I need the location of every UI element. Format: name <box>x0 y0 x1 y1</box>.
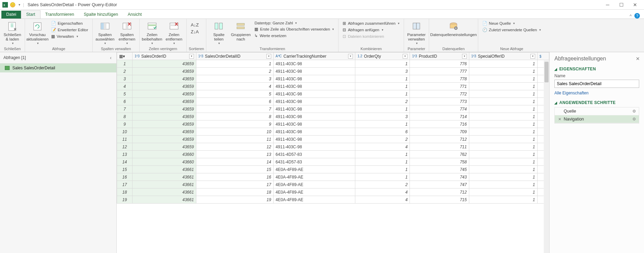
cell[interactable]: 777 <box>410 68 469 75</box>
cell[interactable]: 1 <box>355 60 410 68</box>
row-number[interactable]: 19 <box>117 196 133 204</box>
col-carriertracking[interactable]: AᴮCCarrierTrackingNumber▾ <box>273 53 355 60</box>
cell[interactable]: 1 <box>469 136 537 143</box>
vertical-scrollbar[interactable] <box>544 60 549 253</box>
filter-icon[interactable]: ▾ <box>403 54 407 59</box>
cell[interactable]: 43659 <box>133 90 196 98</box>
row-number[interactable]: 13 <box>117 151 133 158</box>
split-column-button[interactable]: Spalte teilen▾ <box>208 20 229 45</box>
cell[interactable]: 1 <box>469 151 537 158</box>
close-load-button[interactable]: Schließen & laden▾ <box>2 20 23 45</box>
smiley-icon[interactable] <box>10 2 16 8</box>
cell[interactable]: 10 <box>196 128 273 136</box>
cell[interactable]: 12 <box>196 143 273 151</box>
cell[interactable]: 16 <box>196 173 273 181</box>
row-number[interactable]: 2 <box>117 68 133 75</box>
col-overflow[interactable]: $ <box>537 53 549 60</box>
refresh-preview-button[interactable]: Vorschau aktualisieren▾ <box>27 20 48 45</box>
cell[interactable]: 772 <box>410 90 469 98</box>
col-orderqty[interactable]: 1.2OrderQty▾ <box>355 53 410 60</box>
cell[interactable]: 14 <box>196 158 273 166</box>
step-source[interactable]: Quelle ⚙ <box>555 107 639 115</box>
advanced-editor-button[interactable]: 📝Erweiterter Editor <box>49 27 90 33</box>
cell[interactable]: 1 <box>355 90 410 98</box>
cell[interactable]: 2 <box>355 136 410 143</box>
minimize-button[interactable]: ─ <box>601 0 614 9</box>
col-salesorderid[interactable]: 1²3SalesOrderID▾ <box>133 53 196 60</box>
cell[interactable]: 711 <box>410 143 469 151</box>
cell[interactable]: 4911-403C-98 <box>273 105 355 113</box>
filter-icon[interactable]: ▾ <box>348 54 353 59</box>
row-number[interactable]: 10 <box>117 128 133 136</box>
col-specialofferid[interactable]: 1²3SpecialOfferID▾ <box>469 53 537 60</box>
cell[interactable]: 1 <box>469 90 537 98</box>
cell[interactable]: 4 <box>355 188 410 196</box>
delete-step-icon[interactable]: ✕ <box>557 117 562 122</box>
cell[interactable]: 18 <box>196 188 273 196</box>
cell[interactable]: 1 <box>469 60 537 68</box>
tab-file[interactable]: Datei <box>1 11 21 19</box>
cell[interactable]: 1 <box>469 113 537 120</box>
cell[interactable]: 1 <box>469 188 537 196</box>
table-corner[interactable]: ▦▾ <box>117 53 133 60</box>
table-row[interactable]: 1643661164E0A-4F89-AE17431 <box>117 173 549 181</box>
cell[interactable]: 4911-403C-98 <box>273 75 355 83</box>
cell[interactable]: 762 <box>410 151 469 158</box>
cell[interactable]: 11 <box>196 136 273 143</box>
cell[interactable]: 13 <box>196 151 273 158</box>
cell[interactable]: 4E0A-4F89-AE <box>273 196 355 204</box>
cell[interactable]: 43661 <box>133 188 196 196</box>
cell[interactable]: 758 <box>410 158 469 166</box>
row-number[interactable]: 9 <box>117 120 133 128</box>
maximize-button[interactable]: ☐ <box>614 0 628 9</box>
manage-button[interactable]: ▦Verwalten▾ <box>49 33 90 39</box>
cell[interactable]: 4911-403C-98 <box>273 120 355 128</box>
table-row[interactable]: 84365984911-403C-9837141 <box>117 113 549 120</box>
row-number[interactable]: 16 <box>117 173 133 181</box>
cell[interactable]: 43660 <box>133 151 196 158</box>
all-properties-link[interactable]: Alle Eigenschaften <box>554 88 588 96</box>
table-row[interactable]: 44365944911-403C-9817711 <box>117 83 549 90</box>
sort-asc-button[interactable]: A↓Z <box>189 22 201 28</box>
cell[interactable]: 43659 <box>133 136 196 143</box>
cell[interactable]: 4911-403C-98 <box>273 143 355 151</box>
close-settings-icon[interactable]: ✕ <box>636 56 640 61</box>
cell[interactable]: 4911-403C-98 <box>273 90 355 98</box>
row-number[interactable]: 14 <box>117 158 133 166</box>
row-number[interactable]: 6 <box>117 98 133 105</box>
table-row[interactable]: 1343660136431-4D57-8317621 <box>117 151 549 158</box>
cell[interactable]: 1 <box>355 158 410 166</box>
cell[interactable]: 4 <box>196 83 273 90</box>
cell[interactable]: 1 <box>469 68 537 75</box>
applied-steps-caption[interactable]: ◢ANGEWENDETE SCHRITTE <box>554 100 639 105</box>
cell[interactable]: 773 <box>410 98 469 105</box>
cell[interactable]: 716 <box>410 120 469 128</box>
cell[interactable]: 2 <box>355 181 410 188</box>
cell[interactable]: 6 <box>355 128 410 136</box>
remove-columns-button[interactable]: Spalten entfernen▾ <box>117 20 137 45</box>
cell[interactable]: 43659 <box>133 120 196 128</box>
table-row[interactable]: 1043659104911-403C-9867091 <box>117 128 549 136</box>
filter-icon[interactable]: ▾ <box>266 54 271 59</box>
cell[interactable]: 712 <box>410 136 469 143</box>
cell[interactable]: 43659 <box>133 60 196 68</box>
query-name-input[interactable] <box>554 80 639 88</box>
cell[interactable]: 43659 <box>133 98 196 105</box>
filter-icon[interactable]: ▾ <box>462 54 467 59</box>
table-row[interactable]: 1143659114911-403C-9827121 <box>117 136 549 143</box>
first-row-headers-button[interactable]: ▦Erste Zeile als Überschriften verwenden… <box>252 26 336 32</box>
cell[interactable]: 1 <box>355 120 410 128</box>
cell[interactable]: 1 <box>469 128 537 136</box>
cell[interactable]: 43659 <box>133 68 196 75</box>
cell[interactable]: 4E0A-4F89-AE <box>273 181 355 188</box>
help-icon[interactable]: ? <box>634 13 640 19</box>
cell[interactable]: 1 <box>469 196 537 204</box>
cell[interactable]: 715 <box>410 196 469 204</box>
cell[interactable]: 19 <box>196 196 273 204</box>
properties-button[interactable]: 📄Eigenschaften <box>49 20 90 26</box>
new-source-button[interactable]: 📄Neue Quelle▾ <box>480 20 543 26</box>
cell[interactable]: 6 <box>196 98 273 105</box>
query-item[interactable]: Sales SalesOrderDetail <box>0 64 116 72</box>
properties-caption[interactable]: ◢EIGENSCHAFTEN <box>554 67 639 71</box>
cell[interactable]: 1 <box>355 105 410 113</box>
